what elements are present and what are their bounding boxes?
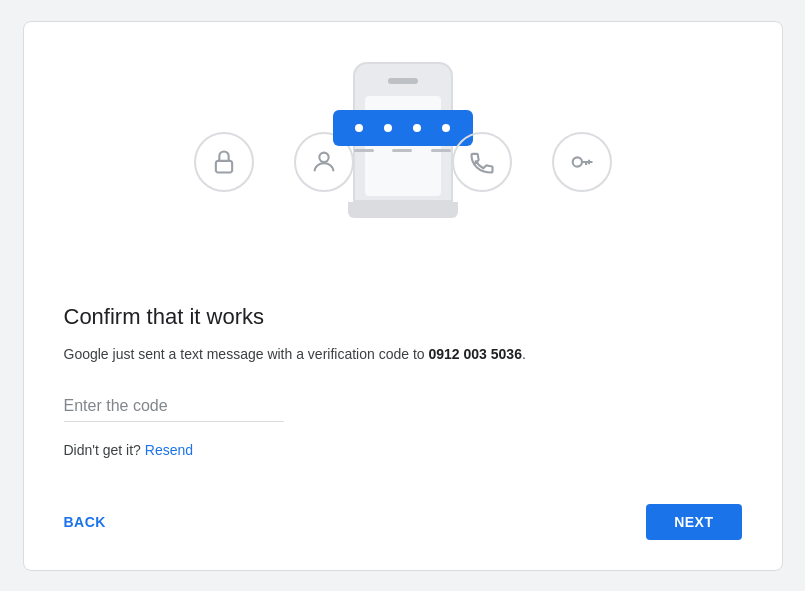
next-button[interactable]: NEXT (646, 504, 741, 540)
sms-dot-1 (355, 124, 363, 132)
phone-base (348, 202, 458, 218)
key-icon (552, 132, 612, 192)
phone-illustration (348, 62, 458, 218)
sms-dot-2 (384, 124, 392, 132)
phone-icon (452, 132, 512, 192)
description-end: . (522, 346, 526, 362)
description-text: Google just sent a text message with a v… (64, 344, 742, 365)
svg-point-1 (319, 152, 328, 161)
code-input[interactable] (64, 393, 284, 422)
sms-dash-3 (431, 149, 451, 152)
footer-actions: BACK NEXT (64, 494, 742, 540)
sms-dash-1 (354, 149, 374, 152)
phone-number: 0912 003 5036 (428, 346, 521, 362)
sms-bar-bottom (333, 146, 473, 156)
svg-point-2 (572, 157, 581, 166)
illustration-area (64, 62, 742, 272)
resend-line: Didn't get it? Resend (64, 442, 742, 458)
main-card: Confirm that it works Google just sent a… (23, 21, 783, 571)
code-input-group (64, 393, 742, 422)
page-title: Confirm that it works (64, 304, 742, 330)
sms-dash-2 (392, 149, 412, 152)
description-part1: Google just sent a text message with a v… (64, 346, 429, 362)
sms-dot-4 (442, 124, 450, 132)
back-button[interactable]: BACK (64, 506, 106, 538)
sms-notification-bar (333, 110, 473, 146)
resend-link[interactable]: Resend (145, 442, 193, 458)
sms-dot-3 (413, 124, 421, 132)
content-area: Confirm that it works Google just sent a… (64, 304, 742, 494)
resend-prefix: Didn't get it? (64, 442, 141, 458)
phone-notch (388, 78, 418, 84)
lock-icon (194, 132, 254, 192)
svg-rect-0 (215, 160, 231, 172)
